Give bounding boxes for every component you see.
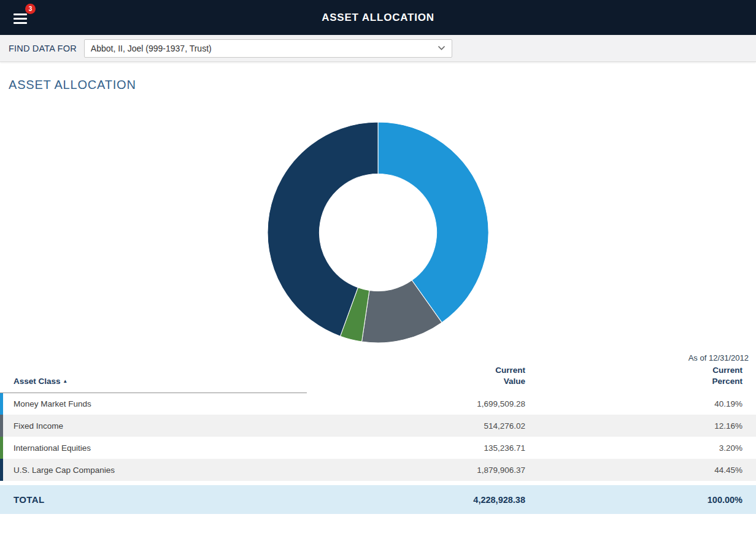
current-value-header[interactable]: Current Value — [307, 365, 525, 393]
app-title: ASSET ALLOCATION — [322, 12, 434, 24]
asset-allocation-table: Asset Class ▲ Current Value Current Perc… — [0, 365, 756, 481]
hamburger-icon — [14, 13, 27, 24]
row-color-indicator — [0, 415, 3, 437]
asset-class-cell: International Equities — [14, 443, 91, 453]
current-percent-cell: 3.20% — [525, 437, 756, 459]
main-content: ASSET ALLOCATION As of 12/31/2012 Asset … — [0, 78, 756, 514]
account-select-value: Abbot, II, Joel (999-1937, Trust) — [91, 44, 433, 53]
current-percent-cell: 40.19% — [525, 393, 756, 415]
table-row[interactable]: Fixed Income 514,276.02 12.16% — [0, 415, 756, 437]
current-value-cell: 1,699,509.28 — [307, 393, 525, 415]
page-heading: ASSET ALLOCATION — [9, 78, 756, 92]
chart-container — [0, 121, 756, 343]
current-percent-cell: 44.45% — [525, 459, 756, 481]
row-color-indicator — [0, 393, 3, 415]
current-value-cell: 135,236.71 — [307, 437, 525, 459]
account-select[interactable]: Abbot, II, Joel (999-1937, Trust) — [84, 39, 452, 58]
current-percent-cell: 12.16% — [525, 415, 756, 437]
row-color-indicator — [0, 437, 3, 459]
chevron-down-icon — [438, 45, 446, 51]
total-label: TOTAL — [0, 494, 307, 505]
as-of-date: As of 12/31/2012 — [0, 353, 756, 362]
sort-ascending-icon: ▲ — [63, 378, 68, 384]
find-data-label: FIND DATA FOR — [9, 44, 77, 53]
asset-class-cell: Money Market Funds — [14, 399, 91, 408]
notification-badge: 3 — [25, 4, 36, 14]
menu-button[interactable]: 3 — [9, 4, 39, 32]
asset-class-cell: Fixed Income — [14, 421, 63, 431]
table-row[interactable]: International Equities 135,236.71 3.20% — [0, 437, 756, 459]
asset-class-header-label: Asset Class — [14, 377, 61, 386]
table-row[interactable]: Money Market Funds 1,699,509.28 40.19% — [0, 393, 756, 415]
asset-class-cell-wrap: U.S. Large Cap Companies — [0, 459, 307, 481]
row-color-indicator — [0, 459, 3, 481]
total-row: TOTAL 4,228,928.38 100.00% — [0, 485, 756, 514]
asset-class-cell-wrap: Fixed Income — [0, 415, 307, 437]
asset-class-cell: U.S. Large Cap Companies — [14, 466, 115, 475]
donut-chart — [267, 121, 489, 343]
current-value-cell: 514,276.02 — [307, 415, 525, 437]
asset-class-cell-wrap: Money Market Funds — [0, 393, 307, 415]
table-row[interactable]: U.S. Large Cap Companies 1,879,906.37 44… — [0, 459, 756, 481]
top-app-bar: 3 ASSET ALLOCATION — [0, 0, 756, 35]
asset-class-header[interactable]: Asset Class ▲ — [0, 365, 307, 393]
current-percent-header[interactable]: Current Percent — [525, 365, 756, 393]
total-value: 4,228,928.38 — [307, 495, 525, 505]
asset-class-cell-wrap: International Equities — [0, 437, 307, 459]
app-window: 3 ASSET ALLOCATION FIND DATA FOR Abbot, … — [0, 0, 756, 514]
current-value-cell: 1,879,906.37 — [307, 459, 525, 481]
asset-table-body: Money Market Funds 1,699,509.28 40.19% F… — [0, 393, 756, 481]
total-percent: 100.00% — [525, 495, 756, 505]
table-header-row: Asset Class ▲ Current Value Current Perc… — [0, 365, 756, 393]
find-data-bar: FIND DATA FOR Abbot, II, Joel (999-1937,… — [0, 35, 756, 62]
